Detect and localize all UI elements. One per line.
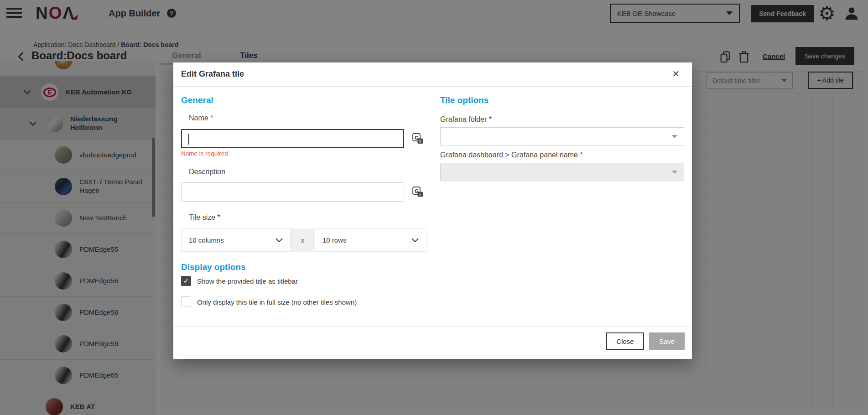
general-section-heading: General [181, 95, 213, 105]
check-icon: ✓ [183, 277, 189, 285]
name-error-message: Name is required [181, 150, 228, 157]
close-button[interactable]: Close [606, 332, 644, 350]
rows-select[interactable]: 10 rows [315, 228, 426, 252]
show-title-checkbox[interactable]: ✓ [181, 276, 191, 286]
grafana-folder-label: Grafana folder * [440, 115, 492, 124]
rows-select-value: 10 rows [322, 236, 347, 244]
save-button[interactable]: Save [649, 332, 685, 350]
dialog-header: Edit Grafana tile ✕ [173, 62, 692, 87]
tile-size-label: Tile size * [189, 213, 220, 222]
svg-text:文: 文 [418, 140, 422, 144]
size-separator: x [291, 228, 315, 252]
description-input[interactable] [181, 182, 404, 202]
translate-icon[interactable]: G 文 [412, 187, 423, 197]
full-size-checkbox[interactable] [181, 296, 191, 306]
columns-select[interactable]: 10 columns [181, 228, 291, 252]
close-icon[interactable]: ✕ [672, 68, 680, 79]
svg-text:文: 文 [418, 193, 422, 197]
app-builder-page: N O Λ App Builder ? KEB DE Showcase Send… [0, 0, 868, 415]
chevron-down-icon [672, 135, 677, 138]
dialog-title: Edit Grafana tile [181, 69, 244, 79]
translate-icon[interactable]: G 文 [412, 133, 423, 144]
footer-divider [173, 326, 692, 327]
text-cursor [188, 134, 189, 145]
chevron-down-icon [672, 171, 677, 174]
display-options-heading: Display options [181, 262, 245, 272]
chevron-down-icon [411, 238, 419, 242]
show-title-checkbox-label[interactable]: Show the provided title as titlebar [197, 277, 298, 285]
chevron-down-icon [275, 238, 283, 242]
description-label: Description [189, 168, 225, 176]
grafana-folder-select[interactable] [440, 127, 684, 145]
edit-grafana-tile-dialog: Edit Grafana tile ✕ General Name * G 文 N… [173, 62, 692, 359]
name-label: Name * [189, 114, 213, 122]
tile-options-heading: Tile options [440, 95, 489, 105]
grafana-dashboard-label: Grafana dashboard > Grafana panel name * [440, 151, 583, 159]
full-size-checkbox-label[interactable]: Only display this tile in full size (no … [197, 298, 357, 306]
columns-select-value: 10 columns [189, 236, 224, 244]
name-input[interactable] [181, 129, 404, 148]
grafana-dashboard-select [440, 163, 684, 181]
